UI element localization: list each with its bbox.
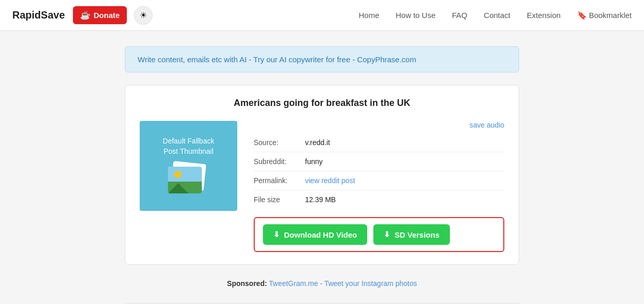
save-audio-link[interactable]: save audio: [254, 121, 504, 129]
ad-banner: Write content, emails etc with AI - Try …: [125, 46, 519, 73]
donate-label: Donate: [93, 11, 120, 20]
thumbnail-text: Default Fallback Post Thumbnail: [163, 136, 214, 156]
bookmark-icon: 🔖: [577, 11, 587, 20]
download-hd-button[interactable]: ⬇ Download HD Video: [263, 224, 367, 245]
main-content: Write content, emails etc with AI - Try …: [117, 31, 527, 304]
header: RapidSave ☕ Donate ☀ Home How to Use FAQ…: [0, 0, 644, 31]
nav-contact-link[interactable]: Contact: [484, 11, 510, 20]
permalink-label: Permalink:: [254, 171, 305, 190]
theme-toggle-button[interactable]: ☀: [134, 6, 153, 25]
download-area: ⬇ Download HD Video ⬇ SD Versions: [254, 217, 504, 252]
footer-divider: [125, 303, 519, 303]
main-nav: Home How to Use FAQ Contact Extension 🔖 …: [358, 11, 632, 20]
sponsored-label: Sponsored:: [227, 279, 267, 288]
download-hd-label: Download HD Video: [284, 230, 357, 239]
table-row-filesize: File size 12.39 MB: [254, 190, 504, 209]
source-label: Source:: [254, 133, 305, 152]
kofi-icon: ☕: [80, 10, 90, 20]
mountain-decoration: [168, 183, 188, 193]
content-card: Americans going for breakfast in the UK …: [125, 85, 519, 265]
nav-home-link[interactable]: Home: [358, 11, 379, 20]
table-row-source: Source: v.redd.it: [254, 133, 504, 152]
card-body: Default Fallback Post Thumbnail save aud…: [140, 121, 504, 252]
logo: RapidSave: [12, 9, 65, 21]
video-thumbnail: Default Fallback Post Thumbnail: [140, 121, 237, 211]
sponsored-link[interactable]: TweetGram.me - Tweet your Instagram phot…: [269, 279, 417, 288]
info-section: save audio Source: v.redd.it Subreddit: …: [254, 121, 504, 252]
permalink-value: view reddit post: [305, 171, 504, 190]
sun-decoration: [174, 171, 181, 178]
subreddit-value: funny: [305, 152, 504, 171]
table-row-subreddit: Subreddit: funny: [254, 152, 504, 171]
sun-icon: ☀: [140, 10, 147, 20]
filesize-label: File size: [254, 190, 305, 209]
ad-banner-text: Write content, emails etc with AI - Try …: [138, 55, 416, 64]
download-sd-button[interactable]: ⬇ SD Versions: [373, 224, 450, 245]
view-reddit-post-link[interactable]: view reddit post: [305, 176, 355, 185]
download-sd-label: SD Versions: [394, 230, 440, 239]
nav-bookmarklet-link[interactable]: 🔖 Bookmarklet: [577, 11, 632, 20]
thumbnail-icon: [168, 163, 209, 195]
donate-button[interactable]: ☕ Donate: [73, 6, 127, 24]
table-row-permalink: Permalink: view reddit post: [254, 171, 504, 190]
download-sd-icon: ⬇: [384, 230, 390, 239]
photo-front: [168, 167, 202, 193]
nav-bookmarklet-label: Bookmarklet: [589, 11, 632, 20]
sponsored-section: Sponsored: TweetGram.me - Tweet your Ins…: [125, 279, 519, 288]
thumbnail-line1: Default Fallback: [163, 137, 214, 145]
video-title: Americans going for breakfast in the UK: [140, 98, 504, 109]
thumbnail-line2: Post Thumbnail: [163, 147, 213, 155]
download-hd-icon: ⬇: [273, 230, 280, 239]
filesize-value: 12.39 MB: [305, 190, 504, 209]
info-table: Source: v.redd.it Subreddit: funny Perma…: [254, 133, 504, 209]
source-value: v.redd.it: [305, 133, 504, 152]
nav-howto-link[interactable]: How to Use: [396, 11, 436, 20]
subreddit-label: Subreddit:: [254, 152, 305, 171]
photo-landscape: [168, 167, 202, 193]
nav-extension-link[interactable]: Extension: [527, 11, 561, 20]
nav-faq-link[interactable]: FAQ: [452, 11, 467, 20]
